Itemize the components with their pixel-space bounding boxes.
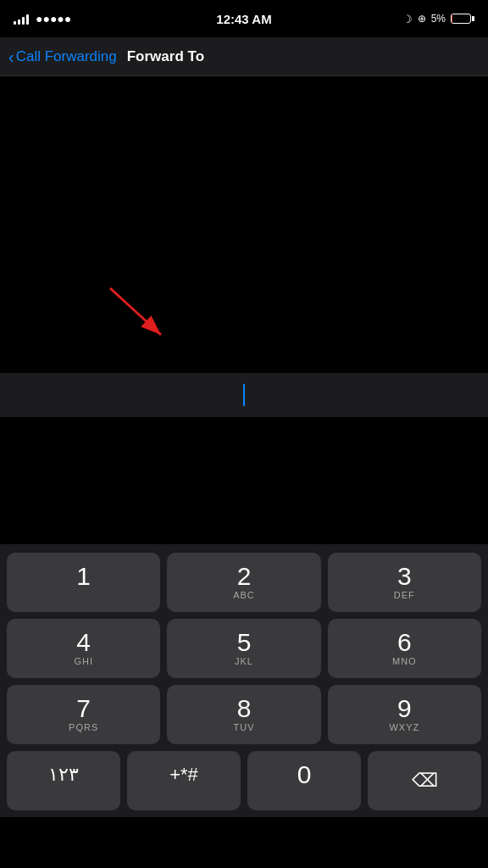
delete-icon: ⌫: [412, 770, 438, 792]
text-cursor: [243, 384, 245, 406]
nav-bar: ‹ Call Forwarding Forward To: [0, 37, 488, 76]
key-7[interactable]: 7 PQRS: [7, 685, 160, 744]
moon-icon: ☽: [402, 13, 413, 25]
key-5[interactable]: 5 JKL: [167, 619, 320, 678]
battery-percent: 5%: [431, 13, 446, 25]
page-title: Forward To: [127, 48, 204, 65]
status-left: ●●●●●: [14, 12, 71, 25]
red-arrow-annotation: [85, 280, 186, 348]
lower-area: [0, 417, 488, 544]
phone-input-bar[interactable]: [0, 373, 488, 417]
signal-bar-4: [26, 14, 29, 25]
svg-line-1: [110, 288, 161, 335]
key-0[interactable]: 0: [247, 751, 361, 810]
keypad-row-1: 1 2 ABC 3 DEF: [7, 553, 481, 612]
keypad-row-3: 7 PQRS 8 TUV 9 WXYZ: [7, 685, 481, 744]
status-right: ☽ ⊕ 5%: [402, 13, 474, 25]
chevron-left-icon: ‹: [8, 48, 14, 65]
signal-bar-1: [14, 21, 16, 25]
key-arabic-123[interactable]: ۱۲۳: [7, 751, 120, 810]
keypad: 1 2 ABC 3 DEF 4 GHI 5 JKL 6 MNO 7 PQRS: [0, 544, 488, 817]
key-3[interactable]: 3 DEF: [328, 553, 481, 612]
key-2[interactable]: 2 ABC: [167, 553, 320, 612]
key-6[interactable]: 6 MNO: [328, 619, 481, 678]
status-bar: ●●●●● 12:43 AM ☽ ⊕ 5%: [0, 0, 488, 37]
keypad-row-4: ۱۲۳ +*# 0 ⌫: [7, 751, 481, 810]
key-8[interactable]: 8 TUV: [167, 685, 320, 744]
key-9[interactable]: 9 WXYZ: [328, 685, 481, 744]
status-time: 12:43 AM: [216, 12, 271, 26]
carrier-text: ●●●●●: [36, 12, 71, 25]
signal-bar-2: [18, 19, 20, 25]
signal-bar-3: [22, 17, 25, 25]
content-area: [0, 76, 488, 373]
keypad-row-2: 4 GHI 5 JKL 6 MNO: [7, 619, 481, 678]
location-icon: ⊕: [418, 13, 426, 25]
key-symbols[interactable]: +*#: [127, 751, 241, 810]
key-delete[interactable]: ⌫: [368, 751, 481, 810]
key-1[interactable]: 1: [7, 553, 160, 612]
back-button[interactable]: ‹ Call Forwarding: [8, 48, 117, 65]
signal-bars: [14, 13, 29, 25]
battery-icon: [451, 14, 474, 24]
key-4[interactable]: 4 GHI: [7, 619, 160, 678]
back-label: Call Forwarding: [16, 48, 117, 65]
